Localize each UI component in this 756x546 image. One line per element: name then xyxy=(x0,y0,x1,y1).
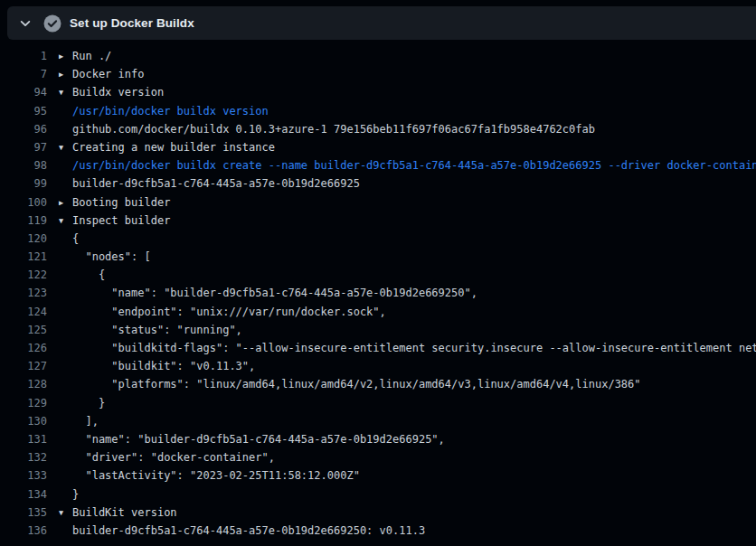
log-line: 126 "buildkitd-flags": "--allow-insecure… xyxy=(0,339,756,357)
log-line: 132 "driver": "docker-container", xyxy=(0,448,756,466)
log-text: "lastActivity": "2023-02-25T11:58:12.000… xyxy=(72,466,360,485)
log-line: 133 "lastActivity": "2023-02-25T11:58:12… xyxy=(0,466,756,485)
indent-spacer xyxy=(59,430,72,448)
log-text: "buildkitd-flags": "--allow-insecure-ent… xyxy=(72,339,756,357)
line-number-link[interactable]: 7 xyxy=(0,65,47,83)
log-line: 122 { xyxy=(0,266,756,284)
line-number-link[interactable]: 125 xyxy=(0,321,47,339)
log-text: "platforms": "linux/amd64,linux/amd64/v2… xyxy=(72,375,641,393)
log-line: 125 "status": "running", xyxy=(0,321,756,339)
log-text: "driver": "docker-container", xyxy=(72,448,275,466)
group-title: Run ./ xyxy=(72,47,111,65)
log-group-line[interactable]: 119▼Inspect builder xyxy=(0,212,756,230)
line-number-link[interactable]: 95 xyxy=(0,102,47,120)
log-line: 123 "name": "builder-d9cfb5a1-c764-445a-… xyxy=(0,284,756,302)
log-line: 128 "platforms": "linux/amd64,linux/amd6… xyxy=(0,375,756,393)
line-number-link[interactable]: 122 xyxy=(0,266,47,284)
expand-group-icon: ▶ xyxy=(59,47,72,65)
indent-spacer xyxy=(59,522,72,540)
collapse-group-icon: ▼ xyxy=(59,212,72,230)
log-text: { xyxy=(72,266,105,284)
log-line: 130 ], xyxy=(0,412,756,430)
log-line: 121 "nodes": [ xyxy=(0,248,756,266)
expand-group-icon: ▶ xyxy=(59,193,72,212)
group-title: BuildKit version xyxy=(72,504,177,522)
indent-spacer xyxy=(59,303,72,321)
group-title: Creating a new builder instance xyxy=(72,138,275,156)
log-text: /usr/bin/docker buildx version xyxy=(72,102,269,120)
log-lines: 1▶Run ./7▶Docker info94▼Buildx version95… xyxy=(0,47,756,540)
line-number-link[interactable]: 135 xyxy=(0,504,47,522)
line-number-link[interactable]: 96 xyxy=(0,120,47,138)
log-group-line[interactable]: 97▼Creating a new builder instance xyxy=(0,138,756,156)
indent-spacer xyxy=(59,412,72,430)
line-number-link[interactable]: 136 xyxy=(0,522,47,540)
log-text: /usr/bin/docker buildx create --name bui… xyxy=(72,156,756,174)
line-number-link[interactable]: 132 xyxy=(0,448,47,466)
log-line: 96github.com/docker/buildx 0.10.3+azure-… xyxy=(0,120,756,138)
log-text: "status": "running", xyxy=(72,321,242,339)
indent-spacer xyxy=(59,230,72,248)
log-line: 120{ xyxy=(0,230,756,248)
indent-spacer xyxy=(59,248,72,266)
log-text: builder-d9cfb5a1-c764-445a-a57e-0b19d2e6… xyxy=(72,522,425,540)
log-text: { xyxy=(72,230,79,248)
log-text: github.com/docker/buildx 0.10.3+azure-1 … xyxy=(72,120,595,138)
chevron-down-icon xyxy=(19,17,32,30)
line-number-link[interactable]: 121 xyxy=(0,248,47,266)
group-title: Docker info xyxy=(72,65,144,83)
indent-spacer xyxy=(59,102,72,120)
log-line: 136builder-d9cfb5a1-c764-445a-a57e-0b19d… xyxy=(0,522,756,540)
indent-spacer xyxy=(59,448,72,466)
indent-spacer xyxy=(59,485,72,504)
group-title: Inspect builder xyxy=(72,212,170,230)
line-number-link[interactable]: 119 xyxy=(0,212,47,230)
indent-spacer xyxy=(59,375,72,393)
log-line: 99builder-d9cfb5a1-c764-445a-a57e-0b19d2… xyxy=(0,174,756,193)
log-line: 134} xyxy=(0,485,756,504)
log-group-line[interactable]: 7▶Docker info xyxy=(0,65,756,83)
line-number-link[interactable]: 98 xyxy=(0,156,47,174)
log-group-line[interactable]: 94▼Buildx version xyxy=(0,83,756,101)
log-line: 124 "endpoint": "unix:///var/run/docker.… xyxy=(0,303,756,321)
line-number-link[interactable]: 123 xyxy=(0,284,47,302)
log-line: 131 "name": "builder-d9cfb5a1-c764-445a-… xyxy=(0,430,756,448)
line-number-link[interactable]: 130 xyxy=(0,412,47,430)
line-number-link[interactable]: 99 xyxy=(0,174,47,193)
collapse-group-icon: ▼ xyxy=(59,504,72,522)
expand-group-icon: ▶ xyxy=(59,65,72,83)
line-number-link[interactable]: 124 xyxy=(0,303,47,321)
log-line: 98/usr/bin/docker buildx create --name b… xyxy=(0,156,756,174)
line-number-link[interactable]: 131 xyxy=(0,430,47,448)
group-title: Buildx version xyxy=(72,83,164,101)
line-number-link[interactable]: 128 xyxy=(0,375,47,393)
line-number-link[interactable]: 127 xyxy=(0,357,47,375)
log-text: "name": "builder-d9cfb5a1-c764-445a-a57e… xyxy=(72,430,445,448)
indent-spacer xyxy=(59,339,72,357)
line-number-link[interactable]: 133 xyxy=(0,466,47,485)
log-line: 95/usr/bin/docker buildx version xyxy=(0,102,756,120)
line-number-link[interactable]: 100 xyxy=(0,193,47,212)
log-text: } xyxy=(72,394,105,412)
log-text: ], xyxy=(72,412,99,430)
log-text: builder-d9cfb5a1-c764-445a-a57e-0b19d2e6… xyxy=(72,174,360,193)
collapse-group-icon: ▼ xyxy=(59,138,72,156)
log-text: } xyxy=(72,485,79,504)
indent-spacer xyxy=(59,321,72,339)
step-header[interactable]: Set up Docker Buildx xyxy=(7,6,756,40)
indent-spacer xyxy=(59,357,72,375)
log-text: "endpoint": "unix:///var/run/docker.sock… xyxy=(72,303,386,321)
line-number-link[interactable]: 94 xyxy=(0,83,47,101)
line-number-link[interactable]: 97 xyxy=(0,138,47,156)
indent-spacer xyxy=(59,174,72,193)
line-number-link[interactable]: 129 xyxy=(0,394,47,412)
log-line: 129 } xyxy=(0,394,756,412)
line-number-link[interactable]: 1 xyxy=(0,47,47,65)
collapse-group-icon: ▼ xyxy=(59,83,72,101)
log-group-line[interactable]: 100▶Booting builder xyxy=(0,193,756,212)
line-number-link[interactable]: 126 xyxy=(0,339,47,357)
line-number-link[interactable]: 134 xyxy=(0,485,47,504)
log-group-line[interactable]: 1▶Run ./ xyxy=(0,47,756,65)
line-number-link[interactable]: 120 xyxy=(0,230,47,248)
log-group-line[interactable]: 135▼BuildKit version xyxy=(0,504,756,522)
